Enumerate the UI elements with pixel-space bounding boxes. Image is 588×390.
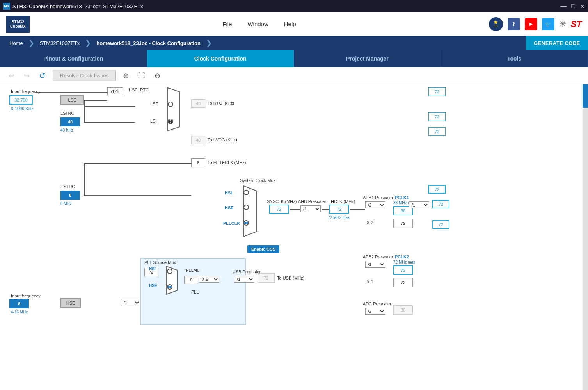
sysclk-label: SYSCLK (MHz) (267, 199, 297, 204)
hse-mux-label: HSE (225, 205, 234, 210)
pclk2-max-label: 72 MHz max (393, 260, 415, 264)
close-button[interactable]: ✕ (580, 3, 585, 10)
enable-css-button[interactable]: Enable CSS (247, 245, 279, 253)
lsi-khz-label: 40 KHz (60, 128, 73, 132)
hclk-val-box[interactable]: 72 (329, 205, 349, 214)
redo-button[interactable]: ↪ (21, 70, 32, 82)
pll-hse-radio[interactable] (167, 284, 172, 290)
lsi-value-box[interactable]: 40 (60, 117, 80, 126)
scrollbar[interactable] (583, 84, 588, 390)
tab-project[interactable]: Project Manager (294, 50, 441, 67)
network-icon[interactable]: ✳ (559, 19, 566, 29)
st-logo-icon[interactable]: ST (571, 19, 582, 29)
x1-val-box: 72 (393, 278, 413, 287)
svg-marker-0 (168, 88, 179, 131)
cert-icon: ⭐10 (489, 17, 503, 31)
maximize-button[interactable]: □ (571, 3, 575, 10)
tab-tools[interactable]: Tools (441, 50, 588, 67)
fit-button[interactable]: ⛶ (136, 70, 147, 81)
youtube-icon[interactable]: ▶ (525, 18, 537, 30)
hsi-rc-label: HSI RC (60, 184, 75, 189)
input-freq-label: Input frequency (11, 89, 41, 94)
tab-clock[interactable]: Clock Configuration (147, 50, 294, 67)
tab-pinout[interactable]: Pinout & Configuration (0, 50, 147, 67)
bc-home[interactable]: Home (5, 36, 28, 50)
brand-logo: STM32CubeMX (6, 16, 30, 33)
pllclk-sysclk-radio[interactable] (243, 220, 249, 226)
menubar: STM32CubeMX File Window Help ⭐10 f ▶ 🐦 ✳… (0, 12, 588, 36)
adc-val-box[interactable]: 36 (393, 305, 413, 315)
bc-project[interactable]: homework518_23.ioc - Clock Configuration (92, 36, 205, 50)
zoom-out-button[interactable]: ⊖ (152, 70, 163, 82)
x2-val-box: 72 (393, 219, 413, 228)
sysclk-mux-shape (240, 184, 261, 239)
pll-label: PLL (191, 290, 199, 294)
right-val-3: 72 (428, 127, 446, 136)
hsi-mhz-label: 8 MHz (60, 201, 72, 206)
bc-device[interactable]: STM32F103ZETx (35, 36, 85, 50)
resolve-clock-button[interactable]: Resolve Clock Issues (53, 70, 116, 81)
right-72-a: 72 (432, 200, 449, 208)
hsi-sysclk-radio[interactable] (243, 190, 249, 195)
apb1-label: APB1 Prescaler (363, 195, 393, 200)
pll-val-box[interactable]: 8 (184, 276, 198, 284)
input-freq-range: 0-1000 KHz (11, 106, 34, 111)
right-div1-select[interactable]: /1 (409, 201, 429, 208)
menu-file[interactable]: File (222, 21, 232, 27)
menu-window[interactable]: Window (247, 21, 268, 27)
flitf-val-box[interactable]: 8 (191, 158, 205, 167)
usb-label: USB Prescaler (233, 269, 261, 274)
bc-arrow-3: ❯ (206, 39, 212, 47)
minimize-button[interactable]: — (560, 3, 567, 10)
lse-radio[interactable] (168, 102, 173, 107)
hse-sysclk-radio[interactable] (243, 205, 249, 210)
pll-div1-select[interactable]: /1 (121, 299, 140, 306)
input-freq-value[interactable]: 32.768 (9, 95, 33, 105)
lsi-radio[interactable] (168, 119, 173, 124)
right-val-4: 72 (428, 185, 446, 194)
apb2-prescaler-select[interactable]: /1 /2 (365, 261, 385, 268)
ahb-prescaler-select[interactable]: /1 /2 /4 (300, 205, 321, 212)
input-freq2-range: 4-16 MHz (11, 310, 28, 314)
apb2-label: APB2 Prescaler (363, 255, 393, 259)
app-logo-icon: MX (3, 3, 10, 10)
window-title: STM32CubeMX homework518_23.ioc*: STM32F1… (12, 4, 143, 9)
apb1-prescaler-select[interactable]: /2 /1 /4 (365, 201, 385, 208)
menu-help[interactable]: Help (284, 21, 296, 27)
generate-code-button[interactable]: GENERATE CODE (526, 36, 588, 50)
hse-div128-box: /128 (107, 87, 123, 95)
pll-src-label: PLL Source Mux (144, 260, 176, 265)
hsi-value-box[interactable]: 8 (60, 191, 80, 200)
iwdg-val-box[interactable]: 40 (191, 136, 205, 144)
pll-hsi-radio[interactable] (167, 269, 172, 274)
input-freq2-val-box[interactable]: 8 (9, 299, 29, 308)
usb-val-box[interactable]: 72 (258, 273, 275, 283)
bc-arrow-2: ❯ (85, 39, 91, 47)
usb-unit-label: To USB (MHz) (277, 276, 304, 280)
right-72-b: 72 (432, 220, 449, 229)
titlebar: MX STM32CubeMX homework518_23.ioc*: STM3… (0, 0, 588, 12)
scrollbar-thumb[interactable] (583, 84, 588, 108)
window-title-area: MX STM32CubeMX homework518_23.ioc*: STM3… (3, 3, 143, 10)
iwdg-unit-label: To IWDG (KHz) (208, 137, 237, 142)
usb-prescaler-select[interactable]: /1 /1.5 (234, 276, 254, 283)
sysclk-val-box[interactable]: 72 (269, 205, 289, 214)
flitf-unit-label: To FLITFCLK (MHz) (208, 160, 246, 165)
twitter-icon[interactable]: 🐦 (542, 18, 554, 30)
sysclk-mux-label: System Clock Mux (240, 178, 275, 183)
x2-label: X 2 (367, 220, 373, 225)
adc-prescaler-select[interactable]: /2 /4 /6 /8 (365, 308, 385, 315)
rtc-val-box[interactable]: 40 (191, 99, 205, 108)
hsi-mux-label: HSI (225, 191, 232, 195)
hse-rtc-label: HSE_RTC (129, 87, 149, 92)
lsi-rc-label: LSI RC (60, 111, 74, 116)
bc-arrow-1: ❯ (28, 39, 34, 47)
facebook-icon[interactable]: f (508, 18, 520, 30)
input-freq2-label: Input frequency (11, 294, 41, 298)
lse-box: LSE (60, 95, 84, 105)
pll-mul-select[interactable]: X 9 X 2 X 3 X 4 X 5 X 6 X 7 X 8 X 16 (199, 276, 219, 283)
refresh-button[interactable]: ↺ (37, 69, 48, 82)
pclk2-val-box[interactable]: 72 (393, 265, 413, 275)
zoom-in-button[interactable]: ⊕ (121, 70, 131, 82)
undo-button[interactable]: ↩ (6, 70, 17, 82)
